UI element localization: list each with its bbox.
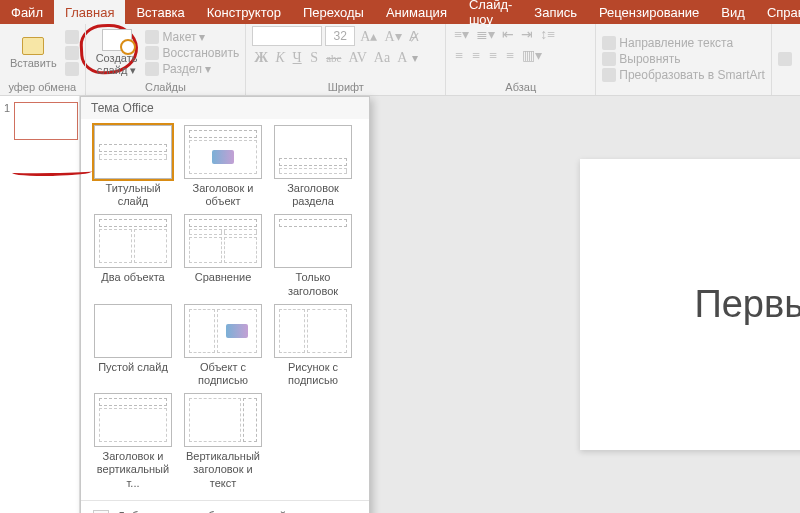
layout-label: Заголовок и вертикальный т... [89,450,177,490]
format-painter-icon[interactable] [65,62,79,76]
indent-right-icon[interactable]: ⇥ [519,26,535,43]
group-label-slides: Слайды [92,79,240,95]
group-slides: Создать слайд ▾ Макет ▾ Восстановить Раз… [86,24,247,95]
tab-help[interactable]: Справка [756,0,800,24]
tab-animation[interactable]: Анимация [375,0,458,24]
font-name-combo[interactable] [252,26,322,46]
ribbon-tabs: Файл Главная Вставка Конструктор Переход… [0,0,800,24]
spacing-button[interactable]: AV [346,50,368,66]
new-slide-label2: слайд [97,64,128,76]
tab-slideshow[interactable]: Слайд-шоу [458,0,523,24]
thumbnail-pane[interactable]: 1 [0,96,80,513]
smartart-button[interactable]: Преобразовать в SmartArt [602,68,765,82]
thumb-number: 1 [4,102,10,114]
underline-button[interactable]: Ч [290,50,304,66]
tab-review[interactable]: Рецензирование [588,0,710,24]
text-direction-button[interactable]: Направление текста [602,36,765,50]
reset-icon [145,46,159,60]
layout-label: Сравнение [195,271,252,297]
layout-section-header[interactable]: Заголовок раздела [269,125,357,208]
layout-button[interactable]: Макет ▾ [145,30,239,44]
gallery-header: Тема Office [81,97,369,119]
layout-title-only[interactable]: Только заголовок [269,214,357,297]
layout-label: Объект с подписью [179,361,267,387]
duplicate-slides-menu[interactable]: Дублировать выбранные слайды [81,505,369,513]
group-drawing [772,24,798,95]
text-direction-icon [602,36,616,50]
slide-title-text[interactable]: Первый сла [694,283,800,326]
slide-canvas[interactable]: Первый сла [580,159,800,451]
tab-file[interactable]: Файл [0,0,54,24]
layout-label: Титульный слайд [89,182,177,208]
layout-label: Заголовок раздела [269,182,357,208]
tab-record[interactable]: Запись [523,0,588,24]
shadow-button[interactable]: S [307,50,321,66]
section-icon [145,62,159,76]
bullets-icon[interactable]: ≡▾ [452,26,471,43]
group-label-font: Шрифт [252,79,439,95]
increase-font-icon[interactable]: A▴ [358,28,379,45]
layout-vertical-title-text[interactable]: Вертикальный заголовок и текст [179,393,267,490]
tab-design[interactable]: Конструктор [196,0,292,24]
layout-label: Заголовок и объект [179,182,267,208]
case-button[interactable]: Aa [372,50,392,66]
paste-label: Вставить [10,57,57,69]
align-center-icon[interactable]: ≡ [469,48,483,64]
section-button[interactable]: Раздел ▾ [145,62,239,76]
smartart-icon [602,68,616,82]
group-paragraph: ≡▾ ≣▾ ⇤ ⇥ ↕≡ ≡ ≡ ≡ ≡ ▥▾ Абзац [446,24,596,95]
columns-icon[interactable]: ▥▾ [520,47,544,64]
tab-transitions[interactable]: Переходы [292,0,375,24]
layout-content-caption[interactable]: Объект с подписью [179,304,267,387]
layout-icon [145,30,159,44]
align-right-icon[interactable]: ≡ [486,48,500,64]
group-paragraph-ext: Направление текста Выровнять Преобразова… [596,24,772,95]
reset-button[interactable]: Восстановить [145,46,239,60]
ribbon: Вставить уфер обмена Создать слайд ▾ Мак… [0,24,800,96]
tab-home[interactable]: Главная [54,0,125,24]
tab-insert[interactable]: Вставка [125,0,195,24]
align-text-button[interactable]: Выровнять [602,52,765,66]
group-label-paragraph: Абзац [452,79,589,95]
line-spacing-icon[interactable]: ↕≡ [538,27,557,43]
clear-format-icon[interactable]: A̷ [407,28,421,45]
strike-button[interactable]: abc [324,52,343,64]
group-label-clipboard: уфер обмена [6,79,79,95]
bold-button[interactable]: Ж [252,50,270,66]
group-font: 32 A▴ A▾ A̷ Ж К Ч S abc AV Aa A▾ Шрифт [246,24,446,95]
layout-label: Только заголовок [269,271,357,297]
layout-blank[interactable]: Пустой слайд [89,304,177,387]
group-clipboard: Вставить уфер обмена [0,24,86,95]
cut-icon[interactable] [65,30,79,44]
tab-view[interactable]: Вид [710,0,756,24]
decrease-font-icon[interactable]: A▾ [382,28,403,45]
layout-title-slide[interactable]: Титульный слайд [89,125,177,208]
layout-comparison[interactable]: Сравнение [179,214,267,297]
new-slide-icon [102,29,132,51]
layout-two-content[interactable]: Два объекта [89,214,177,297]
layout-title-content[interactable]: Заголовок и объект [179,125,267,208]
shapes-icon[interactable] [778,52,792,66]
justify-icon[interactable]: ≡ [503,48,517,64]
layout-title-vertical-text[interactable]: Заголовок и вертикальный т... [89,393,177,490]
italic-button[interactable]: К [273,50,287,66]
new-slide-button[interactable]: Создать слайд ▾ [92,27,142,79]
paste-button[interactable]: Вставить [6,35,61,71]
copy-icon[interactable] [65,46,79,60]
layout-label: Вертикальный заголовок и текст [179,450,267,490]
font-color-button[interactable]: A [395,50,409,66]
font-size-combo[interactable]: 32 [325,26,355,46]
layout-label: Рисунок с подписью [269,361,357,387]
layout-picture-caption[interactable]: Рисунок с подписью [269,304,357,387]
indent-left-icon[interactable]: ⇤ [500,26,516,43]
layout-label: Два объекта [101,271,164,297]
align-left-icon[interactable]: ≡ [452,48,466,64]
layout-label: Пустой слайд [98,361,168,387]
layout-grid: Титульный слайд Заголовок и объект Загол… [81,119,369,496]
align-text-icon [602,52,616,66]
numbering-icon[interactable]: ≣▾ [474,26,497,43]
clipboard-icon [22,37,44,55]
slide-thumbnail-1[interactable] [14,102,78,140]
new-slide-gallery: Тема Office Титульный слайд Заголовок и … [80,96,370,513]
